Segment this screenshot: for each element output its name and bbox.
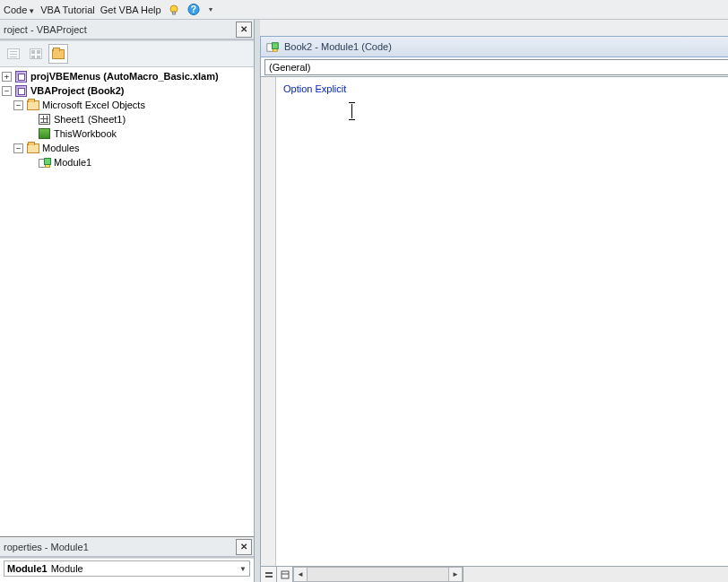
project-tree[interactable]: + projVBEMenus (AutoMacro_Basic.xlam) − … [0, 67, 254, 536]
svg-rect-5 [265, 576, 273, 578]
top-toolbar: Code▼ VBA Tutorial Get VBA Help ? ▾ [0, 0, 728, 20]
scroll-left-button[interactable]: ◄ [293, 567, 308, 582]
module-icon [266, 42, 278, 51]
project-panel-close-button[interactable] [236, 22, 252, 38]
folder-modules[interactable]: − Modules [2, 141, 254, 155]
expand-icon[interactable]: + [2, 72, 12, 82]
lightbulb-icon[interactable] [167, 3, 181, 17]
project-node-projvbemenus[interactable]: + projVBEMenus (AutoMacro_Basic.xlam) [2, 69, 254, 83]
project-node-vbaproject-book2[interactable]: − VBAProject (Book2) [2, 83, 254, 98]
scroll-right-button[interactable]: ► [448, 567, 463, 582]
svg-text:?: ? [191, 4, 196, 14]
toggle-folders-button[interactable] [48, 44, 68, 64]
project-toolbar [0, 41, 254, 67]
code-window-titlebar[interactable]: Book2 - Module1 (Code) [260, 36, 728, 57]
folder-microsoft-excel-objects[interactable]: − Microsoft Excel Objects [2, 98, 254, 112]
margin-indicator-bar[interactable] [260, 77, 276, 566]
workbook-icon [39, 128, 50, 139]
view-grid-button[interactable] [26, 44, 46, 64]
project-panel-title: roject - VBAProject [0, 20, 254, 39]
collapse-icon[interactable]: − [13, 100, 23, 110]
svg-rect-4 [265, 572, 273, 574]
properties-panel-close-button[interactable] [236, 539, 252, 555]
vba-tutorial-menu[interactable]: VBA Tutorial [40, 4, 95, 15]
svg-rect-1 [172, 12, 175, 14]
procedure-view-button[interactable] [261, 567, 277, 582]
help-icon[interactable]: ? [186, 3, 201, 17]
worksheet-icon [39, 114, 50, 125]
collapse-icon[interactable]: − [13, 143, 23, 153]
code-editor[interactable]: Option Explicit [276, 77, 728, 566]
folder-icon [27, 143, 39, 153]
svg-rect-6 [282, 571, 289, 578]
properties-object-selector[interactable]: Module1 Module ▼ [4, 560, 250, 577]
object-dropdown[interactable]: (General) [264, 59, 728, 75]
node-sheet1[interactable]: Sheet1 (Sheet1) [2, 112, 254, 126]
node-module1[interactable]: Module1 [2, 155, 254, 169]
node-thisworkbook[interactable]: ThisWorkbook [2, 126, 254, 141]
horizontal-scrollbar[interactable]: ◄ ► [293, 567, 464, 582]
view-list-button[interactable] [4, 44, 23, 64]
full-module-view-button[interactable] [277, 567, 293, 582]
chevron-down-icon: ▼ [239, 565, 247, 573]
text-cursor [351, 104, 352, 118]
vbaproject-icon [15, 71, 27, 83]
vbaproject-icon [15, 85, 27, 97]
code-menu[interactable]: Code▼ [4, 4, 35, 15]
toolbar-overflow-icon[interactable]: ▾ [206, 3, 215, 17]
collapse-icon[interactable]: − [2, 86, 12, 96]
module-icon [39, 158, 51, 168]
get-vba-help-menu[interactable]: Get VBA Help [100, 4, 161, 15]
properties-panel-title: roperties - Module1 [0, 537, 254, 557]
folder-icon [27, 100, 39, 110]
